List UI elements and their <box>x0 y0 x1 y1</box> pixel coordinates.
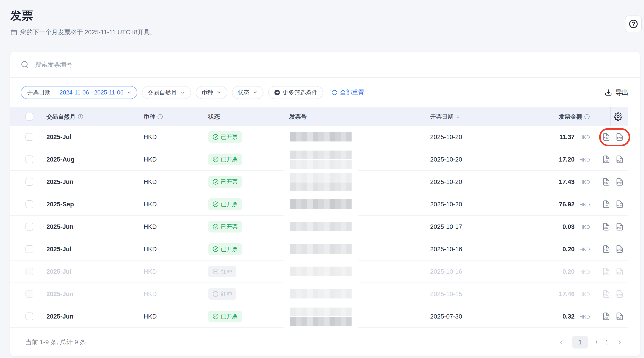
download-icon <box>605 89 612 96</box>
file-csv-icon: CSV <box>602 312 610 321</box>
download-pdf-button[interactable]: PDF <box>616 177 624 187</box>
download-csv-button[interactable]: CSV <box>602 267 610 276</box>
row-checkbox[interactable] <box>26 178 33 186</box>
file-csv-icon: CSV <box>602 267 610 276</box>
table-body: 2025-Jul HKD 已开票 2025-10-20 11.37 HKD CS… <box>10 126 628 328</box>
download-pdf-button[interactable]: PDF <box>616 132 624 142</box>
status-badge-label: 已开票 <box>221 133 238 141</box>
status-badge: 红冲 <box>208 266 236 277</box>
amount-currency: HKD <box>579 246 590 253</box>
select-all-checkbox[interactable] <box>26 113 33 121</box>
download-csv-button[interactable]: CSV <box>602 200 610 209</box>
cell-amount: 0.03 HKD <box>562 216 590 238</box>
cell-amount: 0.20 HKD <box>562 238 590 260</box>
download-csv-button[interactable]: CSV <box>602 289 610 299</box>
invoice-search-input[interactable] <box>34 61 229 68</box>
question-circle-icon <box>629 19 638 28</box>
total-pages: 1 <box>605 339 608 346</box>
cell-transaction-month: 2025-Aug <box>46 148 75 170</box>
svg-text:PDF: PDF <box>617 227 622 229</box>
download-csv-button[interactable]: CSV <box>602 177 610 187</box>
download-csv-button[interactable]: CSV <box>602 155 610 164</box>
amount-currency: HKD <box>579 268 590 275</box>
header-status: 状态 <box>208 107 220 126</box>
cell-currency: HKD <box>144 283 157 305</box>
more-filters-button[interactable]: 更多筛选条件 <box>268 86 323 99</box>
file-pdf-icon: PDF <box>616 289 624 299</box>
row-checkbox[interactable] <box>26 313 33 320</box>
status-badge: 已开票 <box>208 198 242 210</box>
row-checkbox[interactable] <box>26 223 33 231</box>
cell-status: 已开票 <box>208 238 242 260</box>
status-badge-label: 已开票 <box>221 223 238 231</box>
row-checkbox[interactable] <box>26 245 33 253</box>
download-csv-button[interactable]: CSV <box>602 244 610 254</box>
check-circle-icon <box>212 179 218 185</box>
page-separator: / <box>596 339 598 346</box>
sort-icon[interactable] <box>456 113 460 120</box>
export-button[interactable]: 导出 <box>604 88 632 97</box>
svg-text:CSV: CSV <box>604 182 608 184</box>
row-checkbox[interactable] <box>26 155 33 163</box>
filter-issue-date[interactable]: 开票日期 2024-11-06 - 2025-11-06 <box>21 86 137 99</box>
svg-text:CSV: CSV <box>604 249 608 252</box>
file-csv-icon: CSV <box>602 200 610 209</box>
download-pdf-button[interactable]: PDF <box>616 244 624 254</box>
header-amount: 发票金额 <box>559 107 590 126</box>
download-pdf-button[interactable]: PDF <box>616 222 624 231</box>
download-pdf-button[interactable]: PDF <box>616 200 624 209</box>
header-issue-date[interactable]: 开票日期 <box>430 107 460 126</box>
row-checkbox[interactable] <box>26 290 33 298</box>
amount-value: 0.03 <box>562 223 574 230</box>
more-filters-label: 更多筛选条件 <box>282 89 318 96</box>
cell-issue-date: 2025-07-30 <box>430 305 462 327</box>
column-settings-gear-icon[interactable] <box>614 112 622 121</box>
row-checkbox[interactable] <box>26 133 33 141</box>
svg-text:PDF: PDF <box>617 182 622 184</box>
page-title: 发票 <box>10 8 156 23</box>
cell-currency: HKD <box>144 305 157 327</box>
search-icon <box>21 60 29 69</box>
current-page-box[interactable]: 1 <box>572 336 588 349</box>
page-header: 发票 您的下一个月发票将于 2025-11-11 UTC+8开具。 <box>10 8 156 37</box>
cell-transaction-month: 2025-Jul <box>46 238 72 260</box>
reset-all-button[interactable]: 全部重置 <box>330 88 366 97</box>
cell-issue-date: 2025-10-20 <box>430 126 462 148</box>
row-checkbox[interactable] <box>26 200 33 208</box>
row-actions: CSV PDF <box>602 193 624 215</box>
column-divider <box>610 107 611 126</box>
cell-issue-date: 2025-10-20 <box>430 171 462 193</box>
info-circle-icon[interactable] <box>584 114 590 119</box>
download-pdf-button[interactable]: PDF <box>616 155 624 164</box>
row-actions: CSV PDF <box>602 148 624 170</box>
help-button[interactable] <box>625 15 642 32</box>
status-badge: 已开票 <box>208 311 242 322</box>
status-badge: 已开票 <box>208 243 242 255</box>
file-pdf-icon: PDF <box>616 132 624 142</box>
download-pdf-button[interactable]: PDF <box>616 289 624 299</box>
chevron-left-icon[interactable] <box>558 339 564 346</box>
download-csv-button[interactable]: CSV <box>602 312 610 321</box>
status-badge-label: 已开票 <box>221 178 238 186</box>
info-circle-icon[interactable] <box>157 114 163 119</box>
download-csv-button[interactable]: CSV <box>602 132 610 142</box>
download-csv-button[interactable]: CSV <box>602 222 610 231</box>
svg-text:CSV: CSV <box>604 227 608 229</box>
cell-currency: HKD <box>144 216 157 238</box>
filter-currency[interactable]: 币种 <box>196 86 227 99</box>
header-invoice-number: 发票号 <box>289 107 307 126</box>
amount-currency: HKD <box>579 156 590 163</box>
next-invoice-text: 您的下一个月发票将于 2025-11-11 UTC+8开具。 <box>20 28 156 37</box>
filter-status[interactable]: 状态 <box>232 86 264 99</box>
file-pdf-icon: PDF <box>616 155 624 164</box>
amount-value: 17.43 <box>559 178 575 185</box>
cell-currency: HKD <box>144 171 157 193</box>
svg-text:CSV: CSV <box>604 316 608 319</box>
download-pdf-button[interactable]: PDF <box>616 312 624 321</box>
row-checkbox[interactable] <box>26 268 33 275</box>
filter-transaction-month[interactable]: 交易自然月 <box>142 86 191 99</box>
file-pdf-icon: PDF <box>616 222 624 231</box>
info-circle-icon[interactable] <box>78 114 83 119</box>
chevron-right-icon[interactable] <box>616 339 623 346</box>
download-pdf-button[interactable]: PDF <box>616 267 624 276</box>
